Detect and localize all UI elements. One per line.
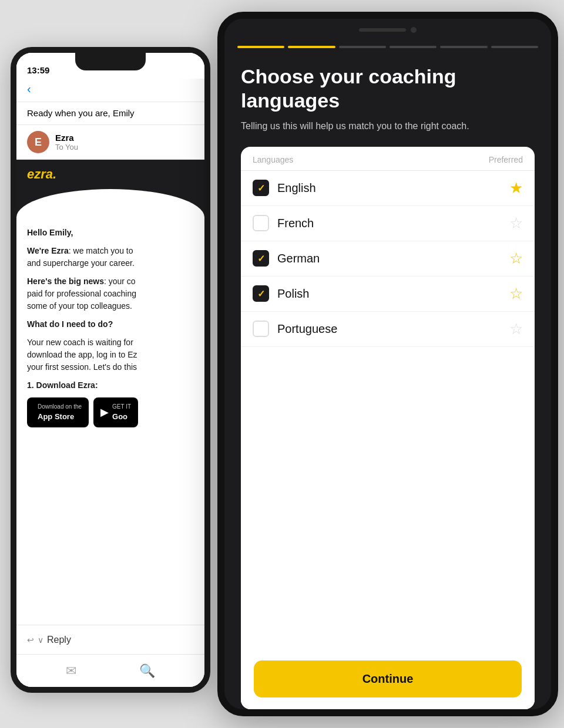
body-para-5: 1. Download Ezra: xyxy=(27,379,194,392)
body-para-2: Here's the big news: your copaid for pro… xyxy=(27,275,194,312)
lang-row-portuguese: Portuguese ☆ xyxy=(241,312,535,347)
google-large: Goo xyxy=(112,411,131,423)
bottom-bar: ✉ 🔍 xyxy=(16,654,204,687)
language-card: Languages Preferred English ★ French ☆ xyxy=(241,147,535,709)
checkbox-german[interactable] xyxy=(253,250,269,267)
star-english[interactable]: ★ xyxy=(509,179,523,197)
google-play-button[interactable]: ▶ GET IT Goo xyxy=(93,397,138,427)
phone-right: Choose your coaching languages Telling u… xyxy=(217,12,558,716)
lang-name-french: French xyxy=(277,217,501,230)
google-small: GET IT xyxy=(112,402,131,411)
search-icon[interactable]: 🔍 xyxy=(139,663,155,679)
notch-left xyxy=(75,53,146,70)
phone-left-inner: 13:59 ‹ Ready when you are, Emily E Ezra… xyxy=(16,53,204,687)
lang-name-german: German xyxy=(277,252,501,265)
lang-row-polish: Polish ☆ xyxy=(241,277,535,312)
app-store-button[interactable]: Download on the App Store xyxy=(27,397,89,427)
mail-icon[interactable]: ✉ xyxy=(66,663,76,679)
ezra-logo-text: ezra. xyxy=(27,167,56,181)
body-para-4: Your new coach is waiting fordownload th… xyxy=(27,336,194,373)
email-subject-bar: Ready when you are, Emily xyxy=(16,102,204,125)
sender-name: Ezra xyxy=(55,133,78,143)
star-polish[interactable]: ☆ xyxy=(509,285,523,303)
progress-seg-6 xyxy=(491,46,538,48)
lang-row-german: German ☆ xyxy=(241,241,535,277)
body-para-1: We're Ezra: we match you toand superchar… xyxy=(27,245,194,269)
star-german[interactable]: ☆ xyxy=(509,250,523,268)
back-icon[interactable]: ‹ xyxy=(27,82,31,96)
card-spacer xyxy=(241,347,535,651)
wave-separator xyxy=(16,189,204,217)
progress-row xyxy=(224,41,551,53)
progress-seg-2 xyxy=(288,46,335,48)
avatar: E xyxy=(27,131,49,153)
app-store-small: Download on the xyxy=(38,402,82,411)
lang-table-header: Languages Preferred xyxy=(241,147,535,171)
sender-row: E Ezra To You xyxy=(16,125,204,160)
email-header: ‹ xyxy=(16,79,204,102)
nav-chevrons-icon: ∨ xyxy=(38,635,43,645)
google-play-icon: ▶ xyxy=(100,405,109,420)
email-body: Hello Emily, We're Ezra: we match you to… xyxy=(16,217,204,625)
email-subject: Ready when you are, Emily xyxy=(27,108,135,118)
lang-name-english: English xyxy=(277,181,501,195)
phone-right-inner: Choose your coaching languages Telling u… xyxy=(224,19,551,709)
scene: 13:59 ‹ Ready when you are, Emily E Ezra… xyxy=(0,0,564,728)
reply-chevrons-icon: ↩ xyxy=(27,635,34,645)
sender-to: To You xyxy=(55,143,78,151)
checkbox-english[interactable] xyxy=(253,180,269,196)
coaching-subtitle: Telling us this will help us match you t… xyxy=(241,120,535,133)
lang-col-header: Languages xyxy=(253,155,293,164)
star-french[interactable]: ☆ xyxy=(509,214,523,232)
reply-label[interactable]: Reply xyxy=(47,635,71,645)
body-para-3: What do I need to do? xyxy=(27,318,194,331)
sender-info: Ezra To You xyxy=(55,133,78,151)
progress-seg-4 xyxy=(390,46,437,48)
lang-row-english: English ★ xyxy=(241,171,535,206)
progress-seg-1 xyxy=(237,46,284,48)
reply-bar: ↩ ∨ Reply xyxy=(16,625,204,654)
continue-area: Continue xyxy=(241,651,535,709)
star-portuguese[interactable]: ☆ xyxy=(509,320,523,338)
lang-name-polish: Polish xyxy=(277,287,501,301)
lang-name-portuguese: Portuguese xyxy=(277,322,501,336)
camera-dot xyxy=(411,27,417,33)
continue-button[interactable]: Continue xyxy=(254,660,522,697)
phone-left: 13:59 ‹ Ready when you are, Emily E Ezra… xyxy=(11,47,210,693)
checkbox-portuguese[interactable] xyxy=(253,321,269,337)
progress-seg-5 xyxy=(440,46,487,48)
speaker-bar xyxy=(359,28,406,32)
ezra-logo-bar: ezra. xyxy=(16,160,204,189)
coaching-title: Choose your coaching languages xyxy=(241,65,535,113)
checkbox-french[interactable] xyxy=(253,215,269,231)
right-content: Choose your coaching languages Telling u… xyxy=(224,53,551,709)
app-store-large: App Store xyxy=(38,411,82,423)
checkbox-polish[interactable] xyxy=(253,285,269,302)
pref-col-header: Preferred xyxy=(489,155,523,164)
status-time: 13:59 xyxy=(27,65,49,75)
progress-seg-3 xyxy=(339,46,386,48)
hello-line: Hello Emily, xyxy=(27,228,73,237)
lang-row-french: French ☆ xyxy=(241,206,535,241)
app-buttons: Download on the App Store ▶ GET IT Goo xyxy=(27,397,194,427)
camera-bar xyxy=(224,19,551,41)
